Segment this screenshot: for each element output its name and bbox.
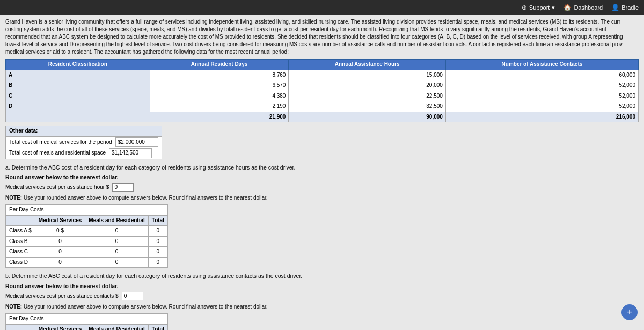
table-row: C 4,380 22,500 52,000 <box>6 91 639 101</box>
per-day-header-a: Per Day Costs <box>6 205 168 216</box>
other-data-value-2: $1,142,500 <box>109 148 152 158</box>
class-b: B <box>6 80 150 91</box>
round-note-underline: Round answer below to the nearest dollar… <box>5 174 119 180</box>
days-b: 6,570 <box>150 80 289 91</box>
class-c: C <box>6 91 150 101</box>
section-b-per-day-table: Per Day Costs Medical Services Meals and… <box>5 313 168 330</box>
row-c-mr: 0 <box>85 247 148 258</box>
section-b-note-bold: NOTE: <box>5 304 22 310</box>
row-c-total: 0 <box>148 247 167 258</box>
other-data-row-2: Total cost of meals and residential spac… <box>6 148 162 159</box>
round-note-b-underline: Round answer below to the nearest dollar… <box>5 283 119 289</box>
resident-classification-table: Resident Classification Annual Resident … <box>5 59 639 122</box>
section-b-med-input[interactable] <box>122 292 143 300</box>
table-row: Class D 0 0 0 <box>6 257 168 268</box>
support-menu[interactable]: ⊕ Support ▾ <box>522 4 555 11</box>
support-icon: ⊕ <box>522 4 527 11</box>
row-a-label: Class A $ <box>6 226 35 237</box>
row-c-ms: 0 <box>35 247 85 258</box>
contacts-a: 60,000 <box>445 70 638 80</box>
other-data-header: Other data: <box>6 126 162 137</box>
col-header-days: Annual Resident Days <box>150 60 289 70</box>
total-label <box>6 112 150 122</box>
row-b-total: 0 <box>148 236 167 247</box>
dashboard-label: Dashboard <box>574 4 603 11</box>
row-d-label: Class D <box>6 257 35 268</box>
top-bar: ⊕ Support ▾ 🏠 Dashboard 👤 Bradle <box>0 0 644 15</box>
support-dropdown-icon: ▾ <box>552 4 555 11</box>
days-c: 4,380 <box>150 91 289 101</box>
col-header-ms-b: Medical Services <box>35 324 85 330</box>
user-menu[interactable]: 👤 Bradle <box>611 4 639 11</box>
contacts-c: 52,000 <box>445 91 638 101</box>
col-header-class-b <box>6 324 35 330</box>
section-a-note: NOTE: Use your rounded answer above to c… <box>5 194 639 202</box>
other-data-label-2: Total cost of meals and residential spac… <box>9 149 106 157</box>
section-a-per-day-table: Per Day Costs Medical Services Meals and… <box>5 204 168 268</box>
col-header-class-a <box>6 215 35 226</box>
row-d-total: 0 <box>148 257 167 268</box>
col-header-ms-a: Medical Services <box>35 215 85 226</box>
section-b-input-row: Medical services cost per assistance con… <box>5 292 639 300</box>
col-header-hours: Annual Assistance Hours <box>289 60 445 70</box>
col-header-total-b: Total <box>148 324 167 330</box>
section-a-med-input[interactable] <box>112 183 134 192</box>
section-b: b. Determine the ABC cost of a resident … <box>5 272 639 330</box>
table-row: Class B 0 0 0 <box>6 236 168 247</box>
support-label: Support <box>529 4 550 11</box>
user-icon: 👤 <box>611 4 619 11</box>
totals-row: 21,900 90,000 216,000 <box>6 112 639 122</box>
total-days: 21,900 <box>150 112 289 122</box>
total-contacts: 216,000 <box>445 112 638 122</box>
main-content: Grand Haven is a senior living community… <box>0 15 644 330</box>
per-day-header-b: Per Day Costs <box>6 314 168 325</box>
other-data-label-1: Total cost of medical services for the p… <box>9 138 112 146</box>
section-b-med-label: Medical services cost per assistance con… <box>5 292 119 300</box>
col-header-mr-a: Meals and Residential <box>85 215 148 226</box>
contacts-b: 52,000 <box>445 80 638 91</box>
section-a: a. Determine the ABC cost of a resident … <box>5 164 639 268</box>
col-header-class: Resident Classification <box>6 60 150 70</box>
col-header-total-a: Total <box>148 215 167 226</box>
row-a-ms: 0 $ <box>35 226 85 237</box>
col-header-contacts: Number of Assistance Contacts <box>445 60 638 70</box>
scroll-up-button[interactable]: + <box>621 304 638 320</box>
dashboard-link[interactable]: 🏠 Dashboard <box>564 4 603 11</box>
table-row: D 2,190 32,500 52,000 <box>6 101 639 112</box>
section-a-input-row: Medical services cost per assistance hou… <box>5 183 639 192</box>
row-b-mr: 0 <box>85 236 148 247</box>
row-d-mr: 0 <box>85 257 148 268</box>
class-a: A <box>6 70 150 80</box>
section-a-med-label: Medical services cost per assistance hou… <box>5 184 109 192</box>
section-b-note-text: Use your rounded answer above to compute… <box>24 304 268 310</box>
other-data-box: Other data: Total cost of medical servic… <box>5 126 162 159</box>
row-a-total: 0 <box>148 226 167 237</box>
intro-text: Grand Haven is a senior living community… <box>5 18 639 56</box>
user-label: Bradle <box>621 4 639 11</box>
section-b-round-note: Round answer below to the nearest dollar… <box>5 282 639 290</box>
row-b-ms: 0 <box>35 236 85 247</box>
section-a-note-text: Use your rounded answer above to compute… <box>24 195 268 201</box>
other-data-value-1: $2,000,000 <box>115 137 158 148</box>
row-c-label: Class C <box>6 247 35 258</box>
hours-d: 32,500 <box>289 101 445 112</box>
section-b-note: NOTE: Use your rounded answer above to c… <box>5 303 639 311</box>
hours-a: 15,000 <box>289 70 445 80</box>
col-header-mr-b: Meals and Residential <box>85 324 148 330</box>
section-a-note-bold: NOTE: <box>5 195 22 201</box>
days-d: 2,190 <box>150 101 289 112</box>
other-data-row-1: Total cost of medical services for the p… <box>6 137 162 148</box>
class-d: D <box>6 101 150 112</box>
hours-c: 22,500 <box>289 91 445 101</box>
row-d-ms: 0 <box>35 257 85 268</box>
table-row: A 8,760 15,000 60,000 <box>6 70 639 80</box>
table-row: B 6,570 20,000 52,000 <box>6 80 639 91</box>
row-b-label: Class B <box>6 236 35 247</box>
section-b-heading: b. Determine the ABC cost of a resident … <box>5 272 639 280</box>
days-a: 8,760 <box>150 70 289 80</box>
contacts-d: 52,000 <box>445 101 638 112</box>
row-a-mr: 0 <box>85 226 148 237</box>
table-row: Class A $ 0 $ 0 0 <box>6 226 168 237</box>
section-a-round-note: Round answer below to the nearest dollar… <box>5 173 639 181</box>
dashboard-icon: 🏠 <box>564 4 572 11</box>
